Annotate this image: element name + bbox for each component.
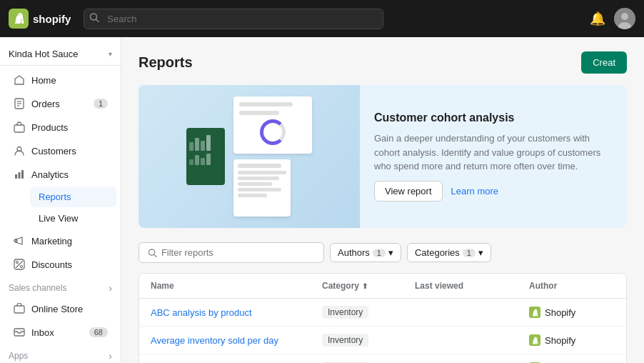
sidebar-item-online-store[interactable]: Online Store	[4, 297, 116, 320]
svg-point-4	[621, 13, 628, 20]
sidebar-item-discounts[interactable]: Discounts	[4, 253, 116, 276]
main-layout: Kinda Hot Sauce ▾ Home Orders 1 Products	[0, 37, 644, 363]
create-button[interactable]: Creat	[581, 51, 627, 74]
sidebar-label-marketing: Marketing	[31, 236, 72, 247]
sales-channels-section: Sales channels ›	[0, 277, 121, 297]
search-input[interactable]	[84, 9, 383, 29]
apps-expand-icon[interactable]: ›	[109, 350, 112, 362]
promo-card: Customer cohort analysis Gain a deeper u…	[139, 85, 627, 228]
shopify-author-icon	[529, 334, 540, 346]
table-body: ABC analysis by product Inventory Shopif…	[139, 299, 626, 363]
category-badge: Inventory	[322, 334, 368, 347]
search-icon	[89, 13, 99, 25]
th-category[interactable]: Category ⬆	[322, 281, 415, 291]
sidebar-label-orders: Orders	[31, 99, 60, 109]
logo-text: shopify	[33, 13, 71, 25]
analytics-icon	[13, 168, 26, 181]
svg-rect-21	[14, 329, 24, 336]
sidebar-item-home[interactable]: Home	[4, 69, 116, 91]
th-last-viewed: Last viewed	[415, 281, 529, 291]
filter-bar: Authors 1 ▾ Categories 1 ▾	[139, 242, 627, 263]
sidebar-item-marketing[interactable]: Marketing	[4, 229, 116, 252]
avatar[interactable]	[614, 8, 635, 29]
bell-icon[interactable]: 🔔	[590, 11, 605, 26]
apps-label: Apps	[9, 351, 28, 361]
authors-filter-label: Authors	[338, 247, 370, 258]
svg-line-23	[154, 254, 156, 257]
shopify-logo-icon	[9, 9, 29, 29]
table-row: ABC analysis by product Inventory Shopif…	[139, 299, 626, 327]
promo-description: Gain a deeper understanding of your cust…	[374, 131, 613, 174]
categories-filter-badge: 1	[463, 249, 476, 257]
chevron-down-icon: ▾	[109, 50, 112, 58]
author-name: Shopify	[545, 335, 575, 346]
page-title: Reports	[139, 54, 193, 71]
table-header: Name Category ⬆ Last viewed Author	[139, 274, 626, 299]
discounts-icon	[13, 258, 26, 271]
sales-channels-expand-icon[interactable]: ›	[109, 282, 112, 294]
table-row: Average inventory sold per day Inventory…	[139, 327, 626, 354]
online-store-icon	[13, 302, 26, 315]
analytics-submenu: Reports Live View	[0, 187, 121, 229]
promo-content: Customer cohort analysis Gain a deeper u…	[360, 85, 627, 228]
svg-line-2	[96, 19, 99, 22]
sidebar-label-home: Home	[31, 75, 56, 86]
reports-table: Name Category ⬆ Last viewed Author ABC a…	[139, 273, 627, 363]
view-report-button[interactable]: View report	[374, 181, 443, 202]
sidebar-item-products[interactable]: Products	[4, 116, 116, 139]
filter-search-input[interactable]	[161, 247, 315, 258]
marketing-icon	[13, 234, 26, 247]
svg-point-17	[21, 266, 23, 268]
report-name-link[interactable]: Average inventory sold per day	[151, 335, 322, 346]
visual-dark-card	[186, 128, 225, 185]
report-name-link[interactable]: ABC analysis by product	[151, 307, 322, 318]
apps-section: Apps ›	[0, 344, 121, 363]
topbar: shopify 🔔	[0, 0, 644, 37]
author-name: Shopify	[545, 307, 575, 318]
sidebar-item-customers[interactable]: Customers	[4, 139, 116, 162]
page-header: Reports Creat	[139, 51, 627, 74]
products-icon	[13, 121, 26, 134]
sidebar-label-reports: Reports	[39, 192, 71, 202]
authors-filter-button[interactable]: Authors 1 ▾	[330, 243, 401, 262]
sidebar-item-analytics[interactable]: Analytics	[4, 163, 116, 186]
sidebar-label-customers: Customers	[31, 146, 76, 156]
sidebar-label-discounts: Discounts	[31, 259, 72, 270]
sidebar-label-online-store: Online Store	[31, 304, 83, 314]
promo-title: Customer cohort analysis	[374, 111, 613, 124]
shopify-author-icon	[529, 307, 540, 318]
inbox-icon	[13, 326, 26, 339]
report-category: Inventory	[322, 334, 415, 347]
svg-line-18	[16, 261, 23, 268]
sidebar-item-inbox[interactable]: Inbox 68	[4, 321, 116, 344]
sidebar-label-live-view: Live View	[39, 213, 78, 224]
sidebar-label-products: Products	[31, 122, 68, 133]
sidebar-label-analytics: Analytics	[31, 169, 69, 180]
promo-actions: View report Learn more	[374, 181, 613, 202]
sidebar-item-reports[interactable]: Reports	[30, 187, 116, 207]
svg-rect-14	[21, 170, 24, 179]
sidebar-item-orders[interactable]: Orders 1	[4, 92, 116, 115]
home-icon	[13, 74, 26, 86]
search-container	[84, 9, 383, 29]
categories-filter-button[interactable]: Categories 1 ▾	[407, 243, 491, 262]
svg-rect-20	[14, 306, 24, 313]
filter-search-icon	[148, 248, 157, 258]
filter-search-container	[139, 242, 324, 263]
inbox-badge: 68	[89, 327, 108, 337]
category-badge: Inventory	[322, 306, 368, 319]
authors-filter-chevron: ▾	[388, 247, 393, 258]
learn-more-link[interactable]: Learn more	[451, 186, 498, 197]
main-content: Reports Creat	[121, 37, 644, 363]
sidebar: Kinda Hot Sauce ▾ Home Orders 1 Products	[0, 37, 121, 363]
orders-icon	[13, 97, 26, 110]
svg-point-16	[16, 262, 19, 264]
sales-channels-label: Sales channels	[9, 283, 66, 293]
customers-icon	[13, 144, 26, 157]
topbar-right: 🔔	[590, 8, 635, 29]
store-selector[interactable]: Kinda Hot Sauce ▾	[0, 43, 121, 66]
store-name: Kinda Hot Sauce	[9, 49, 79, 59]
th-name: Name	[151, 281, 322, 291]
visual-donut-card	[233, 96, 312, 154]
sidebar-item-live-view[interactable]: Live View	[30, 208, 116, 229]
